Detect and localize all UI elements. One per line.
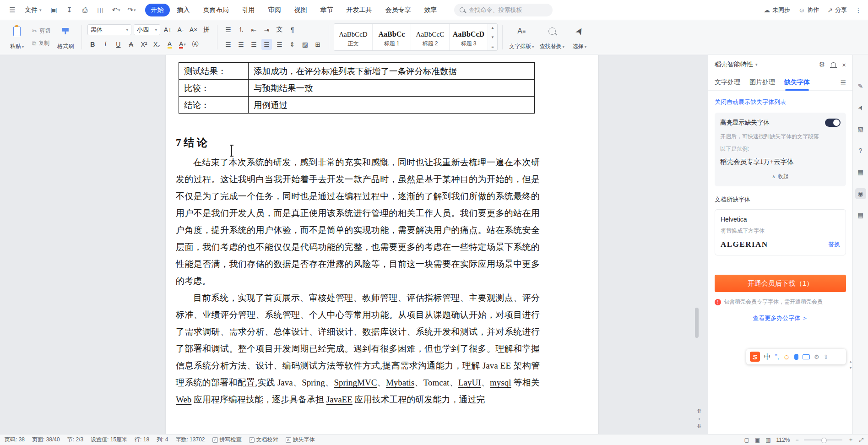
emoji-icon[interactable]: ☺ xyxy=(783,353,790,361)
style-heading-2[interactable]: AaBbCcC 标题 2 xyxy=(411,24,450,50)
page-mode-icon[interactable]: ▣ xyxy=(755,437,760,443)
align-right-icon[interactable]: ☰ xyxy=(249,39,259,50)
status-word-count[interactable]: 字数: 13702 xyxy=(175,436,205,444)
more-fonts-link[interactable]: 查看更多办公字体 ＞ xyxy=(715,314,846,322)
style-heading-3[interactable]: AaBbCcD 标题 3 xyxy=(450,24,488,50)
test-result-table[interactable]: 测试结果： 添加成功，在评分标准列表下新增了一条评分标准数据 比较： 与预期结果… xyxy=(179,62,535,114)
subscript-button[interactable]: X₂ xyxy=(152,39,162,50)
location-pin-icon[interactable]: ◉ xyxy=(855,188,866,199)
print-preview-icon[interactable]: ◫ xyxy=(95,4,107,16)
tab-page-layout[interactable]: 页面布局 xyxy=(197,4,235,16)
format-painter-button[interactable]: 格式刷 xyxy=(53,22,78,52)
decrease-indent-icon[interactable]: ⇤ xyxy=(249,24,259,35)
collaborate-button[interactable]: ☺ 协作 xyxy=(798,6,819,14)
close-icon[interactable]: × xyxy=(842,61,846,69)
fullscreen-icon[interactable]: ⤢ xyxy=(859,437,863,443)
find-replace-button[interactable]: 查找替换▾ xyxy=(537,22,567,52)
align-left-icon[interactable]: ☰ xyxy=(223,39,233,50)
tab-image-processing[interactable]: 图片处理 xyxy=(749,78,775,87)
more-icon[interactable]: ⋮ xyxy=(855,6,862,14)
panel-tab-menu-icon[interactable]: ☰ xyxy=(840,79,846,87)
member-download-button[interactable]: 开通会员后下载（1） xyxy=(715,275,846,292)
tab-review[interactable]: 审阅 xyxy=(262,4,287,16)
redo-icon[interactable]: ↷▾ xyxy=(126,4,138,16)
tab-home[interactable]: 开始 xyxy=(145,4,170,16)
asian-layout-icon[interactable]: 文 xyxy=(274,24,285,35)
style-normal[interactable]: AaBbCcD 正文 xyxy=(334,24,373,50)
select-tool-icon[interactable]: ➤ xyxy=(855,102,866,113)
read-mode-icon[interactable]: ▢ xyxy=(744,437,749,443)
image-tool-icon[interactable]: ▦ xyxy=(855,167,866,178)
file-menu[interactable]: 文件 ▾ xyxy=(22,4,44,16)
bold-button[interactable]: B xyxy=(87,39,98,50)
distribute-icon[interactable]: ☰ xyxy=(274,39,285,50)
increase-indent-icon[interactable]: ⇥ xyxy=(261,24,272,35)
panel-scroll-down-icon[interactable]: ▾ xyxy=(850,366,852,370)
paragraph-mark-icon[interactable]: ¶ xyxy=(287,24,298,35)
copy-button[interactable]: ⧉ 复制 xyxy=(32,39,50,47)
main-menu-icon[interactable]: ☰ xyxy=(6,4,18,16)
export-icon[interactable]: ↧ xyxy=(64,4,76,16)
microphone-icon[interactable] xyxy=(794,354,798,360)
pinyin-guide-icon[interactable]: 拼 xyxy=(201,24,212,35)
tab-section[interactable]: 章节 xyxy=(315,4,339,16)
language-mode-icon[interactable]: 中 xyxy=(764,353,771,361)
save-icon[interactable]: ▣ xyxy=(48,4,60,16)
zoom-out-icon[interactable]: − xyxy=(795,437,798,443)
web-mode-icon[interactable]: ▥ xyxy=(765,437,770,443)
superscript-button[interactable]: X² xyxy=(139,39,149,50)
ime-settings-icon[interactable]: ⚙ xyxy=(814,353,819,360)
style-heading-1[interactable]: AaBbCc 标题 1 xyxy=(373,24,411,50)
font-color-button[interactable]: A xyxy=(179,41,183,49)
share-button[interactable]: ↗ 分享 xyxy=(827,6,847,14)
font-name-combo[interactable]: 黑体 ▾ xyxy=(87,24,131,35)
document-scrollbar[interactable] xyxy=(695,57,699,390)
italic-button[interactable]: I xyxy=(100,39,111,50)
gear-icon[interactable]: ⚙ xyxy=(819,60,825,69)
command-search-box[interactable] xyxy=(454,4,553,16)
character-border-button[interactable]: Ⓐ xyxy=(190,39,201,50)
undo-icon[interactable]: ↶▾ xyxy=(110,4,122,16)
tab-developer[interactable]: 开发工具 xyxy=(341,4,378,16)
paste-button[interactable]: 粘贴▾ xyxy=(5,22,29,52)
replace-link[interactable]: 替换 xyxy=(828,240,840,249)
numbered-list-icon[interactable]: ⒈ xyxy=(236,24,246,35)
tab-insert[interactable]: 插入 xyxy=(171,4,196,16)
increase-font-icon[interactable]: A+ xyxy=(163,24,173,35)
panel-scroll-up-icon[interactable]: ▴ xyxy=(850,359,852,364)
ime-expand-icon[interactable]: ⇧ xyxy=(824,353,829,360)
print-icon[interactable]: ⎙ xyxy=(79,4,91,16)
highlight-toggle[interactable] xyxy=(825,119,841,127)
scrollbar-thumb[interactable] xyxy=(695,308,699,338)
help-icon[interactable]: ? xyxy=(855,145,866,156)
tab-member[interactable]: 会员专享 xyxy=(380,4,417,16)
bullet-list-icon[interactable]: ☰ xyxy=(223,24,233,35)
zoom-in-icon[interactable]: ＋ xyxy=(848,436,853,444)
format-roller-icon[interactable]: ▧ xyxy=(855,124,866,135)
sogou-logo-icon[interactable]: S xyxy=(750,352,760,362)
previous-page-button[interactable]: ⇈ xyxy=(697,409,701,414)
tab-efficiency[interactable]: 效率 xyxy=(418,4,443,16)
collapse-button[interactable]: ∧ 收起 xyxy=(720,173,841,180)
clear-format-icon[interactable]: A× xyxy=(188,24,199,35)
chevron-down-icon[interactable]: ▾ xyxy=(755,62,758,67)
select-button[interactable]: ➤ 选择▾ xyxy=(567,22,592,52)
document-page[interactable]: 测试结果： 添加成功，在评分标准列表下新增了一条评分标准数据 比较： 与预期结果… xyxy=(166,55,598,434)
sync-status-button[interactable]: ☁ 未同步 xyxy=(764,6,790,14)
next-page-button[interactable]: ⇊ xyxy=(697,423,701,429)
shading-icon[interactable]: ▨ xyxy=(300,39,310,50)
tab-view[interactable]: 视图 xyxy=(288,4,313,16)
tab-missing-fonts[interactable]: 缺失字体 xyxy=(784,78,810,87)
styles-more-icon[interactable]: ≡ xyxy=(491,44,494,49)
borders-icon[interactable]: ⊞ xyxy=(313,39,323,50)
missing-font-indicator[interactable]: A 缺失字体 xyxy=(286,436,315,444)
proofread-toggle[interactable]: ✓ 文档校对 xyxy=(249,436,278,444)
search-input[interactable] xyxy=(468,6,546,14)
cut-button[interactable]: ✂ 剪切 xyxy=(32,27,50,35)
spell-check-toggle[interactable]: ✓ 拼写检查 xyxy=(212,436,242,444)
styles-up-icon[interactable]: ▴ xyxy=(492,25,494,30)
text-layout-button[interactable]: A≡ 文字排版▾ xyxy=(506,22,537,52)
tab-text-processing[interactable]: 文字处理 xyxy=(715,78,740,87)
browse-object-button[interactable]: ● xyxy=(698,417,700,420)
highlight-color-button[interactable]: A xyxy=(168,41,172,49)
